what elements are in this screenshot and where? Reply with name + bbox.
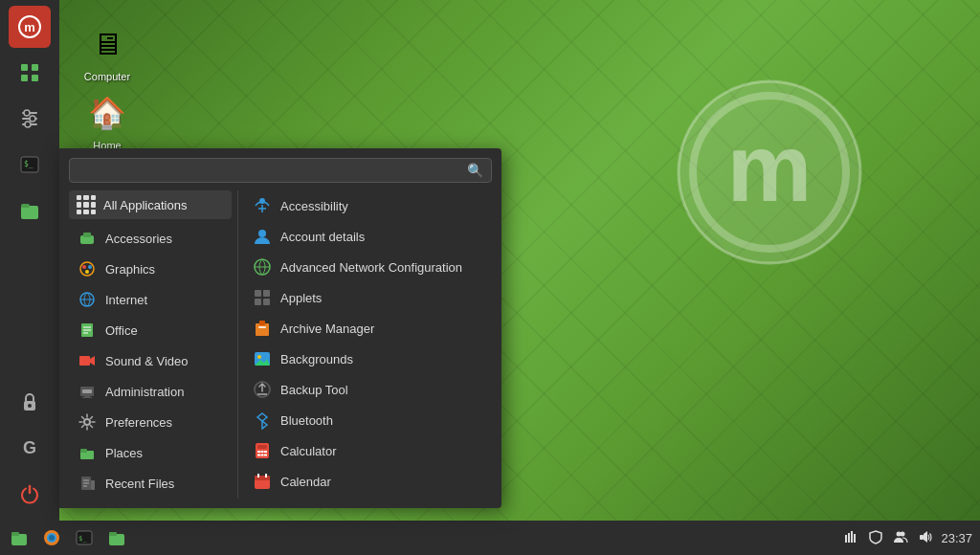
taskbar-files-icon (10, 528, 29, 547)
app-account-details[interactable]: Account details (244, 221, 488, 252)
mint-menu-icon: m (16, 13, 43, 40)
svg-rect-89 (848, 533, 850, 543)
taskbar-firefox-btn[interactable] (36, 522, 67, 553)
accessories-label: Accessories (105, 232, 172, 246)
accessories-icon (77, 228, 98, 249)
bluetooth-label: Bluetooth (280, 413, 333, 428)
svg-text:m: m (24, 20, 35, 34)
places-icon (77, 442, 98, 463)
svg-rect-39 (82, 397, 92, 398)
app-backgrounds[interactable]: Backgrounds (244, 344, 488, 374)
svg-rect-91 (854, 534, 856, 543)
start-menu: 🔍 All A (59, 148, 501, 508)
taskbar-right: 23:37 (841, 527, 980, 549)
tray-users-icon[interactable] (891, 527, 910, 549)
menu-divider (237, 190, 238, 499)
cat-recent-files[interactable]: Recent Files (69, 468, 232, 499)
calculator-label: Calculator (280, 444, 337, 458)
taskbar-files2-icon (107, 528, 126, 547)
sound-video-label: Sound & Video (105, 354, 189, 368)
svg-point-13 (24, 110, 30, 116)
terminal-icon: $_ (19, 154, 40, 175)
accessibility-app-icon (252, 195, 273, 216)
computer-icon: 🖥 (84, 21, 130, 67)
svg-rect-44 (91, 480, 95, 490)
svg-rect-67 (257, 451, 260, 453)
sidebar-icon-files[interactable] (9, 189, 51, 232)
sound-video-icon (77, 350, 98, 371)
svg-point-15 (25, 122, 31, 127)
sliders-icon (19, 108, 40, 129)
sidebar-icon-lock[interactable] (9, 381, 51, 423)
app-advanced-network[interactable]: Advanced Network Configuration (244, 252, 488, 282)
sidebar-icon-power[interactable] (9, 473, 51, 515)
recent-files-icon (77, 473, 98, 494)
tray-shield-icon[interactable] (866, 527, 885, 549)
cat-accessories[interactable]: Accessories (69, 223, 232, 254)
svg-point-21 (28, 404, 32, 408)
all-applications-label: All Applications (103, 198, 187, 212)
desktop: m 🖥 Computer 🏠 Home m (0, 0, 980, 555)
app-archive-manager[interactable]: Archive Manager (244, 313, 488, 344)
office-label: Office (105, 323, 138, 338)
cat-graphics[interactable]: Graphics (69, 254, 232, 284)
search-input[interactable] (78, 164, 467, 178)
files-icon (19, 200, 40, 221)
taskbar-terminal-btn[interactable]: $_ (69, 522, 100, 553)
applets-label: Applets (280, 291, 322, 305)
cat-preferences[interactable]: Preferences (69, 407, 232, 437)
cat-office[interactable]: Office (69, 315, 232, 345)
computer-label: Computer (84, 71, 130, 82)
svg-rect-42 (80, 449, 87, 453)
applets-icon (252, 287, 273, 308)
app-calendar[interactable]: Calendar (244, 466, 488, 497)
taskbar-files2-btn[interactable] (101, 522, 132, 553)
desktop-icon-home[interactable]: 🏠 Home (69, 86, 145, 155)
sidebar-icon-sliders[interactable] (9, 98, 51, 140)
svg-rect-19 (21, 204, 30, 208)
all-applications-btn[interactable]: All Applications (69, 190, 232, 219)
svg-rect-68 (261, 451, 264, 453)
app-bluetooth[interactable]: Bluetooth (244, 405, 488, 435)
svg-rect-8 (21, 75, 28, 81)
taskbar-terminal-icon: $_ (75, 528, 94, 547)
svg-rect-70 (257, 455, 260, 456)
advanced-network-label: Advanced Network Configuration (280, 260, 462, 275)
tray-volume-icon[interactable] (916, 527, 935, 549)
svg-text:m: m (727, 114, 813, 221)
taskbar-files-btn[interactable] (4, 522, 34, 553)
taskbar-left: $_ (0, 522, 132, 553)
calculator-icon (252, 440, 273, 461)
svg-rect-54 (255, 290, 261, 297)
app-applets[interactable]: Applets (244, 282, 488, 313)
power-icon (19, 483, 40, 504)
cat-places[interactable]: Places (69, 437, 232, 468)
search-icon[interactable]: 🔍 (467, 163, 483, 178)
graphics-label: Graphics (105, 262, 155, 277)
account-details-icon (252, 226, 273, 247)
desktop-icon-computer[interactable]: 🖥 Computer (69, 17, 145, 86)
sidebar-icon-g[interactable]: G (9, 427, 51, 469)
svg-rect-9 (32, 75, 38, 81)
preferences-label: Preferences (105, 415, 172, 430)
backgrounds-label: Backgrounds (280, 352, 353, 366)
app-calculator[interactable]: Calculator (244, 435, 488, 466)
tray-network-icon[interactable] (841, 527, 860, 549)
app-backup-tool[interactable]: Backup Tool (244, 374, 488, 405)
backup-tool-label: Backup Tool (280, 383, 348, 397)
svg-rect-87 (109, 532, 117, 536)
sidebar-icon-mint[interactable]: m (9, 6, 51, 48)
cat-sound-video[interactable]: Sound & Video (69, 345, 232, 376)
svg-rect-18 (21, 206, 38, 219)
cat-internet[interactable]: Internet (69, 284, 232, 315)
svg-point-14 (30, 116, 35, 122)
search-bar[interactable]: 🔍 (69, 158, 492, 183)
svg-point-93 (901, 531, 905, 536)
sidebar-icon-terminal[interactable]: $_ (9, 144, 51, 186)
svg-marker-35 (90, 356, 95, 366)
app-accessibility[interactable]: Accessibility (244, 190, 488, 221)
calendar-label: Calendar (280, 475, 331, 489)
cat-administration[interactable]: Administration (69, 376, 232, 407)
sidebar-icon-apps[interactable] (9, 52, 51, 94)
clock-display: 23:37 (941, 531, 972, 545)
